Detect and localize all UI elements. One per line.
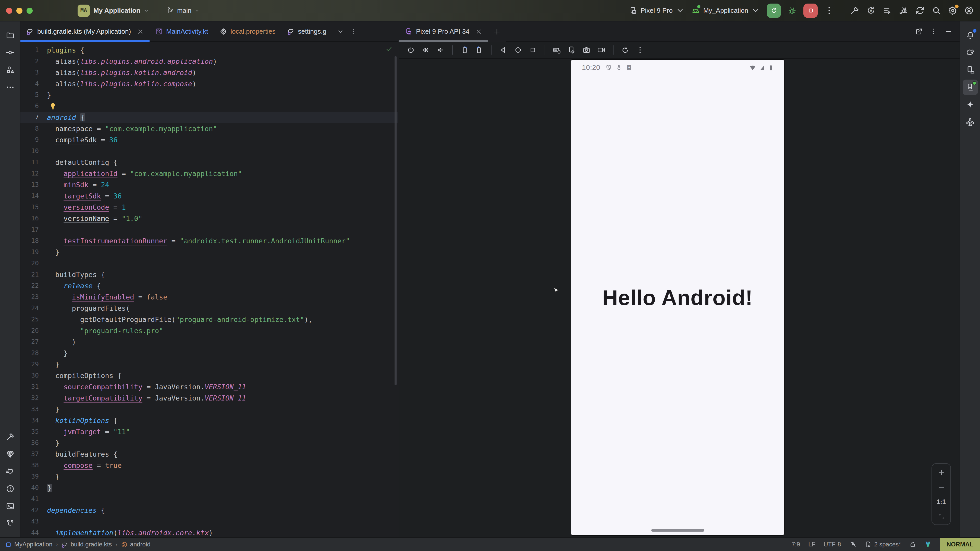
open-in-new-icon[interactable]: [915, 27, 923, 35]
code-line[interactable]: 12 applicationId = "com.example.myapplic…: [21, 168, 398, 179]
tool-stripe-version-control[interactable]: [2, 516, 18, 531]
attach-debugger-icon[interactable]: [899, 6, 908, 15]
vim-mode-badge[interactable]: NORMAL: [940, 538, 980, 551]
indent-widget[interactable]: 2 spaces*: [864, 541, 901, 548]
hardware-input-icon[interactable]: [553, 46, 561, 54]
tool-stripe-commit[interactable]: [2, 45, 18, 60]
code-line[interactable]: 20: [21, 258, 398, 269]
code-line[interactable]: 13 minSdk = 24: [21, 179, 398, 190]
stop-button[interactable]: [803, 3, 818, 17]
close-icon[interactable]: [137, 28, 144, 35]
settings-icon[interactable]: [948, 6, 958, 15]
tool-stripe-airplane[interactable]: [963, 114, 978, 130]
tool-stripe-gemini-sparkle[interactable]: [963, 97, 978, 112]
fit-to-window-icon[interactable]: [937, 513, 945, 520]
minimize-icon[interactable]: [945, 27, 953, 35]
code-line[interactable]: 2 alias(libs.plugins.android.application…: [21, 56, 398, 67]
search-icon[interactable]: [932, 6, 941, 15]
code-line[interactable]: 16 versionName = "1.0": [21, 213, 398, 224]
project-widget[interactable]: MA My Application: [78, 4, 149, 17]
code-line[interactable]: 11 defaultConfig {: [21, 157, 398, 168]
code-line[interactable]: 25 getDefaultProguardFile("proguard-andr…: [21, 314, 398, 325]
editor-tab-2[interactable]: MainActivity.kt: [149, 21, 213, 41]
code-line[interactable]: 14 targetSdk = 36: [21, 190, 398, 202]
zoom-window-button[interactable]: [27, 7, 33, 14]
tool-stripe-gradle-elephant[interactable]: [963, 45, 978, 60]
code-line[interactable]: 4 alias(libs.plugins.kotlin.compose): [21, 78, 398, 89]
inspections-ok-icon[interactable]: [385, 45, 393, 52]
code-line[interactable]: 38 compose = true: [21, 460, 398, 471]
nav-home-icon[interactable]: [514, 46, 522, 54]
tool-stripe-logcat-cat[interactable]: [2, 464, 18, 479]
code-line[interactable]: 44 implementation(libs.androidx.core.ktx…: [21, 527, 398, 537]
nav-back-icon[interactable]: [499, 46, 508, 54]
apply-code-changes-icon[interactable]: [883, 6, 892, 15]
code-line[interactable]: 42dependencies {: [21, 505, 398, 516]
more-vertical-icon[interactable]: [930, 27, 938, 35]
power-icon[interactable]: [407, 46, 415, 54]
code-line[interactable]: 10: [21, 145, 398, 157]
zoom-reset-button[interactable]: 1:1: [937, 499, 946, 506]
line-ending-widget[interactable]: LF: [808, 541, 815, 548]
tool-stripe-structure[interactable]: [2, 62, 18, 78]
code-line[interactable]: 36 }: [21, 437, 398, 448]
editor-tab-1[interactable]: build.gradle.kts (My Application): [21, 21, 149, 41]
close-window-button[interactable]: [6, 7, 12, 14]
code-line[interactable]: 37 buildFeatures {: [21, 448, 398, 460]
code-editor[interactable]: 1plugins {2 alias(libs.plugins.android.a…: [21, 42, 398, 537]
gesture-navigation-handle[interactable]: [651, 529, 704, 532]
emulator-screen[interactable]: 10:20 A Hello Android!: [571, 60, 784, 535]
code-line[interactable]: 26 "proguard-rules.pro": [21, 325, 398, 336]
code-line[interactable]: 29 }: [21, 359, 398, 370]
zoom-in-icon[interactable]: [937, 469, 945, 476]
run-configuration-selector[interactable]: My_Application: [691, 6, 760, 15]
code-line[interactable]: 31 sourceCompatibility = JavaVersion.VER…: [21, 381, 398, 392]
tool-stripe-app-quality-gem[interactable]: [2, 446, 18, 462]
code-line[interactable]: 21 buildTypes {: [21, 269, 398, 280]
unlocked-icon[interactable]: [909, 541, 916, 548]
encoding-widget[interactable]: UTF-8: [824, 541, 841, 548]
apply-changes-restart-icon[interactable]: A: [866, 6, 876, 15]
code-line[interactable]: 15 versionCode = 1: [21, 202, 398, 213]
sync-gradle-icon[interactable]: [915, 6, 925, 15]
build-hammer-icon[interactable]: [850, 6, 859, 15]
intention-bulb-icon[interactable]: [49, 102, 57, 110]
add-tab-icon[interactable]: [493, 28, 501, 35]
code-line[interactable]: 7android {: [21, 112, 398, 123]
editor-tab-3[interactable]: local.properties: [213, 21, 281, 41]
zoom-out-icon[interactable]: [937, 484, 945, 491]
code-line[interactable]: 33 }: [21, 403, 398, 415]
breadcrumb-item[interactable]: MyApplication: [5, 541, 52, 548]
restart-icon[interactable]: [621, 46, 629, 54]
code-line[interactable]: 5}: [21, 89, 398, 100]
editor-scrollbar[interactable]: [395, 56, 396, 385]
minimize-window-button[interactable]: [16, 7, 22, 14]
rotate-right-icon[interactable]: [475, 46, 484, 54]
tool-stripe-terminal[interactable]: [2, 499, 18, 514]
code-line[interactable]: 18 testInstrumentationRunner = "androidx…: [21, 235, 398, 246]
run-more-options-icon[interactable]: [824, 6, 834, 15]
code-line[interactable]: 3 alias(libs.plugins.kotlin.android): [21, 67, 398, 78]
breadcrumb-item[interactable]: build.gradle.kts: [62, 541, 112, 548]
device-selector[interactable]: Pixel 9 Pro: [629, 6, 684, 15]
more-vertical-icon[interactable]: [350, 28, 358, 35]
ideavim-icon[interactable]: [924, 541, 932, 548]
code-line[interactable]: 40}: [21, 482, 398, 493]
editor-tab-4[interactable]: settings.g: [281, 21, 332, 41]
screen-record-icon[interactable]: [597, 46, 605, 54]
more-vertical-icon[interactable]: [636, 46, 644, 54]
code-line[interactable]: 22 release {: [21, 280, 398, 291]
tool-stripe-problems[interactable]: [2, 481, 18, 496]
code-line[interactable]: 23 isMinifyEnabled = false: [21, 291, 398, 303]
nav-overview-icon[interactable]: [529, 46, 537, 54]
vcs-branch-widget[interactable]: main: [166, 6, 200, 14]
tool-stripe-device-manager[interactable]: [963, 62, 978, 78]
chevron-down-icon[interactable]: [337, 28, 344, 35]
device-tab[interactable]: Pixel 9 Pro API 34: [399, 21, 488, 41]
profile-icon[interactable]: [964, 6, 974, 15]
code-line[interactable]: 32 targetCompatibility = JavaVersion.VER…: [21, 392, 398, 403]
breadcrumb-item[interactable]: android: [121, 541, 151, 548]
rerun-button[interactable]: [767, 3, 781, 17]
code-line[interactable]: 28 }: [21, 348, 398, 359]
volume-up-icon[interactable]: [422, 46, 430, 54]
